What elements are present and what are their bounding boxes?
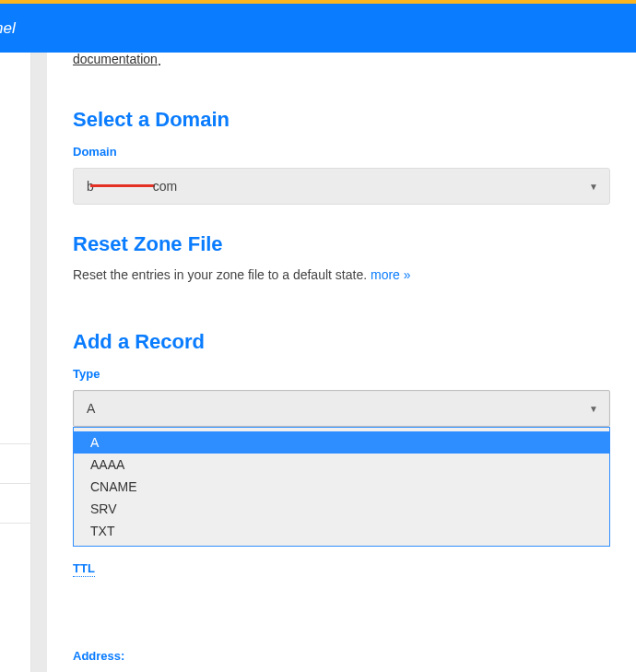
type-option-txt[interactable]: TXT [74, 520, 609, 542]
type-select-value: A [87, 401, 95, 416]
reset-zone-heading: Reset Zone File [73, 232, 610, 256]
type-option-srv[interactable]: SRV [74, 498, 609, 520]
sidebar [0, 53, 31, 672]
select-domain-heading: Select a Domain [73, 108, 610, 132]
chevron-down-icon: ▼ [589, 182, 598, 192]
redaction [90, 184, 155, 187]
type-label: Type [73, 367, 610, 381]
domain-value-suffix: com [153, 179, 177, 194]
page-header: nel [0, 4, 636, 53]
main-panel: documentation. Select a Domain Domain bc… [47, 53, 636, 672]
domain-label: Domain [73, 145, 610, 159]
type-option-a[interactable]: A [74, 431, 609, 454]
ttl-label[interactable]: TTL [73, 561, 95, 577]
domain-select[interactable]: bcom ▼ [73, 168, 610, 205]
add-record-heading: Add a Record [73, 330, 610, 354]
documentation-link[interactable]: documentation [73, 53, 158, 66]
more-link[interactable]: more » [371, 267, 411, 282]
sidebar-divider [0, 443, 30, 444]
sidebar-divider [0, 523, 30, 524]
chevron-down-icon: ▼ [589, 404, 598, 414]
gutter [31, 53, 47, 672]
type-option-aaaa[interactable]: AAAA [74, 454, 609, 476]
type-dropdown: A AAAA CNAME SRV TXT [73, 427, 610, 547]
sidebar-divider [0, 483, 30, 484]
header-title: nel [0, 19, 16, 38]
reset-zone-description: Reset the entries in your zone file to a… [73, 267, 610, 282]
type-select[interactable]: A ▼ [73, 390, 610, 427]
type-option-cname[interactable]: CNAME [74, 476, 609, 498]
address-label: Address: [73, 649, 610, 663]
